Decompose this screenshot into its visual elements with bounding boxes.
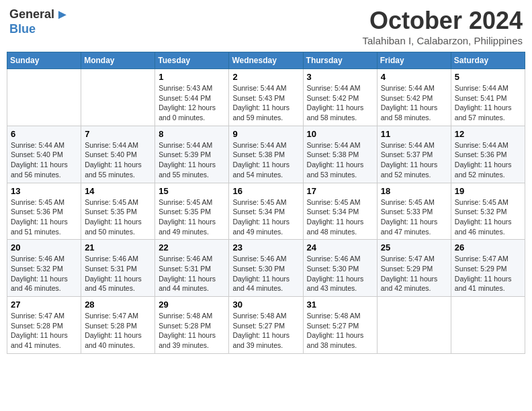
day-info: Sunrise: 5:44 AM Sunset: 5:40 PM Dayligh… xyxy=(85,140,151,180)
day-info: Sunrise: 5:45 AM Sunset: 5:35 PM Dayligh… xyxy=(159,197,225,237)
month-title: October 2024 xyxy=(363,7,523,35)
day-number: 15 xyxy=(159,186,225,196)
calendar-cell: 24Sunrise: 5:46 AM Sunset: 5:30 PM Dayli… xyxy=(303,240,377,297)
calendar-cell xyxy=(451,297,525,354)
calendar-cell: 28Sunrise: 5:47 AM Sunset: 5:28 PM Dayli… xyxy=(81,297,155,354)
day-info: Sunrise: 5:47 AM Sunset: 5:28 PM Dayligh… xyxy=(85,311,151,351)
day-number: 28 xyxy=(85,300,151,310)
calendar-cell: 20Sunrise: 5:46 AM Sunset: 5:32 PM Dayli… xyxy=(7,240,81,297)
day-number: 1 xyxy=(159,72,225,82)
day-of-week-header: Friday xyxy=(377,52,451,69)
calendar-week-row: 13Sunrise: 5:45 AM Sunset: 5:36 PM Dayli… xyxy=(7,183,525,240)
logo-arrow-icon: ► xyxy=(56,7,69,22)
day-number: 8 xyxy=(159,129,225,139)
day-info: Sunrise: 5:44 AM Sunset: 5:37 PM Dayligh… xyxy=(381,140,447,180)
day-of-week-header: Tuesday xyxy=(155,52,229,69)
day-number: 4 xyxy=(381,72,447,82)
calendar-cell xyxy=(377,297,451,354)
calendar-cell xyxy=(7,69,81,126)
day-info: Sunrise: 5:44 AM Sunset: 5:42 PM Dayligh… xyxy=(381,83,447,123)
day-info: Sunrise: 5:44 AM Sunset: 5:36 PM Dayligh… xyxy=(455,140,521,180)
day-info: Sunrise: 5:48 AM Sunset: 5:28 PM Dayligh… xyxy=(159,311,225,351)
calendar-week-row: 1Sunrise: 5:43 AM Sunset: 5:44 PM Daylig… xyxy=(7,69,525,126)
day-of-week-header: Sunday xyxy=(7,52,81,69)
day-info: Sunrise: 5:44 AM Sunset: 5:42 PM Dayligh… xyxy=(307,83,373,123)
title-block: October 2024 Talahiban I, Calabarzon, Ph… xyxy=(363,7,523,46)
day-info: Sunrise: 5:47 AM Sunset: 5:28 PM Dayligh… xyxy=(11,311,77,351)
calendar-cell: 14Sunrise: 5:45 AM Sunset: 5:35 PM Dayli… xyxy=(81,183,155,240)
calendar-cell: 22Sunrise: 5:46 AM Sunset: 5:31 PM Dayli… xyxy=(155,240,229,297)
day-number: 6 xyxy=(11,129,77,139)
day-of-week-header: Monday xyxy=(81,52,155,69)
day-info: Sunrise: 5:46 AM Sunset: 5:31 PM Dayligh… xyxy=(159,254,225,293)
day-info: Sunrise: 5:47 AM Sunset: 5:29 PM Dayligh… xyxy=(381,254,447,293)
day-of-week-header: Wednesday xyxy=(229,52,303,69)
day-number: 9 xyxy=(232,129,299,139)
calendar-cell: 27Sunrise: 5:47 AM Sunset: 5:28 PM Dayli… xyxy=(7,297,81,354)
calendar-cell: 18Sunrise: 5:45 AM Sunset: 5:33 PM Dayli… xyxy=(377,183,451,240)
calendar-cell: 13Sunrise: 5:45 AM Sunset: 5:36 PM Dayli… xyxy=(7,183,81,240)
day-info: Sunrise: 5:46 AM Sunset: 5:31 PM Dayligh… xyxy=(85,254,151,293)
day-info: Sunrise: 5:44 AM Sunset: 5:41 PM Dayligh… xyxy=(455,83,521,123)
calendar-cell: 21Sunrise: 5:46 AM Sunset: 5:31 PM Dayli… xyxy=(81,240,155,297)
day-number: 3 xyxy=(307,72,373,82)
calendar-cell: 9Sunrise: 5:44 AM Sunset: 5:38 PM Daylig… xyxy=(229,126,303,183)
day-number: 30 xyxy=(232,300,299,310)
day-info: Sunrise: 5:44 AM Sunset: 5:40 PM Dayligh… xyxy=(11,140,77,180)
day-info: Sunrise: 5:46 AM Sunset: 5:32 PM Dayligh… xyxy=(11,254,77,293)
calendar-cell: 23Sunrise: 5:46 AM Sunset: 5:30 PM Dayli… xyxy=(229,240,303,297)
calendar-header-row: SundayMondayTuesdayWednesdayThursdayFrid… xyxy=(7,52,525,69)
day-number: 14 xyxy=(85,186,151,196)
calendar-cell: 15Sunrise: 5:45 AM Sunset: 5:35 PM Dayli… xyxy=(155,183,229,240)
day-info: Sunrise: 5:48 AM Sunset: 5:27 PM Dayligh… xyxy=(232,311,299,351)
calendar-cell: 5Sunrise: 5:44 AM Sunset: 5:41 PM Daylig… xyxy=(451,69,525,126)
calendar-cell: 19Sunrise: 5:45 AM Sunset: 5:32 PM Dayli… xyxy=(451,183,525,240)
page-header: General ► Blue October 2024 Talahiban I,… xyxy=(7,7,525,46)
calendar-cell: 12Sunrise: 5:44 AM Sunset: 5:36 PM Dayli… xyxy=(451,126,525,183)
day-number: 17 xyxy=(307,186,373,196)
calendar-cell: 17Sunrise: 5:45 AM Sunset: 5:34 PM Dayli… xyxy=(303,183,377,240)
day-number: 23 xyxy=(232,242,299,253)
day-info: Sunrise: 5:45 AM Sunset: 5:33 PM Dayligh… xyxy=(381,197,447,237)
day-number: 12 xyxy=(455,129,521,139)
calendar-week-row: 20Sunrise: 5:46 AM Sunset: 5:32 PM Dayli… xyxy=(7,240,525,297)
logo-blue-text: Blue xyxy=(9,22,36,36)
day-info: Sunrise: 5:45 AM Sunset: 5:34 PM Dayligh… xyxy=(307,197,373,237)
day-of-week-header: Thursday xyxy=(303,52,377,69)
day-number: 25 xyxy=(381,242,447,253)
logo: General ► Blue xyxy=(9,7,69,36)
day-number: 27 xyxy=(11,300,77,310)
day-info: Sunrise: 5:44 AM Sunset: 5:39 PM Dayligh… xyxy=(159,140,225,180)
day-info: Sunrise: 5:44 AM Sunset: 5:38 PM Dayligh… xyxy=(232,140,299,180)
calendar-cell: 2Sunrise: 5:44 AM Sunset: 5:43 PM Daylig… xyxy=(229,69,303,126)
day-info: Sunrise: 5:45 AM Sunset: 5:35 PM Dayligh… xyxy=(85,197,151,237)
calendar-cell xyxy=(81,69,155,126)
day-number: 24 xyxy=(307,242,373,253)
calendar-cell: 16Sunrise: 5:45 AM Sunset: 5:34 PM Dayli… xyxy=(229,183,303,240)
calendar-cell: 7Sunrise: 5:44 AM Sunset: 5:40 PM Daylig… xyxy=(81,126,155,183)
day-number: 2 xyxy=(232,72,299,82)
logo-general-text: General xyxy=(9,7,54,21)
day-info: Sunrise: 5:46 AM Sunset: 5:30 PM Dayligh… xyxy=(232,254,299,293)
calendar-cell: 4Sunrise: 5:44 AM Sunset: 5:42 PM Daylig… xyxy=(377,69,451,126)
day-info: Sunrise: 5:45 AM Sunset: 5:32 PM Dayligh… xyxy=(455,197,521,237)
location-text: Talahiban I, Calabarzon, Philippines xyxy=(363,35,523,46)
day-info: Sunrise: 5:44 AM Sunset: 5:38 PM Dayligh… xyxy=(307,140,373,180)
day-number: 11 xyxy=(381,129,447,139)
day-number: 16 xyxy=(232,186,299,196)
calendar-table: SundayMondayTuesdayWednesdayThursdayFrid… xyxy=(7,52,525,354)
day-info: Sunrise: 5:43 AM Sunset: 5:44 PM Dayligh… xyxy=(159,83,225,123)
day-of-week-header: Saturday xyxy=(451,52,525,69)
calendar-cell: 1Sunrise: 5:43 AM Sunset: 5:44 PM Daylig… xyxy=(155,69,229,126)
calendar-cell: 26Sunrise: 5:47 AM Sunset: 5:29 PM Dayli… xyxy=(451,240,525,297)
calendar-week-row: 6Sunrise: 5:44 AM Sunset: 5:40 PM Daylig… xyxy=(7,126,525,183)
calendar-cell: 10Sunrise: 5:44 AM Sunset: 5:38 PM Dayli… xyxy=(303,126,377,183)
day-info: Sunrise: 5:45 AM Sunset: 5:36 PM Dayligh… xyxy=(11,197,77,237)
day-number: 19 xyxy=(455,186,521,196)
day-info: Sunrise: 5:45 AM Sunset: 5:34 PM Dayligh… xyxy=(232,197,299,237)
calendar-cell: 8Sunrise: 5:44 AM Sunset: 5:39 PM Daylig… xyxy=(155,126,229,183)
day-info: Sunrise: 5:46 AM Sunset: 5:30 PM Dayligh… xyxy=(307,254,373,293)
day-number: 31 xyxy=(307,300,373,310)
calendar-week-row: 27Sunrise: 5:47 AM Sunset: 5:28 PM Dayli… xyxy=(7,297,525,354)
day-number: 10 xyxy=(307,129,373,139)
